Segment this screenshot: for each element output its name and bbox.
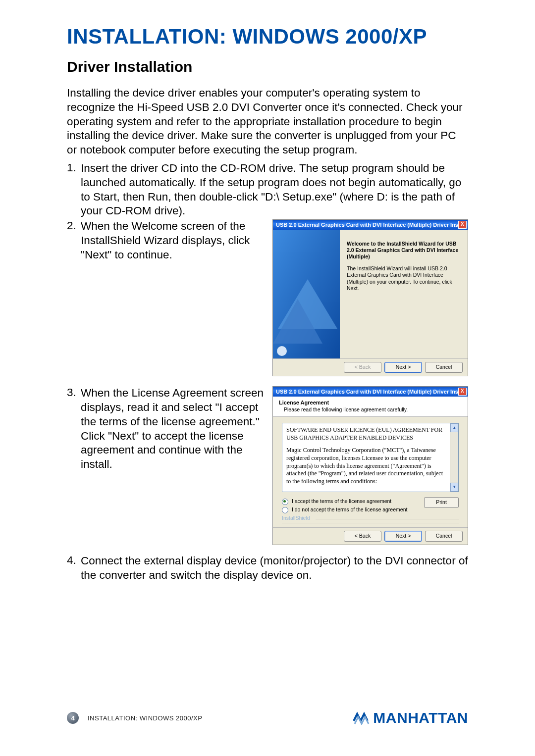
brand-logo: MANHATTAN [353, 709, 468, 726]
scroll-up-icon[interactable]: ▴ [450, 423, 458, 432]
step-4: 4. Connect the external display device (… [67, 554, 468, 583]
license-line-2: USB GRAPHICS ADAPTER ENABLED DEVICES [286, 434, 445, 442]
page-footer: 4 INSTALLATION: WINDOWS 2000/XP MANHATTA… [67, 709, 468, 726]
decline-radio[interactable]: I do not accept the terms of the license… [282, 505, 407, 514]
installshield-license-dialog: USB 2.0 External Graphics Card with DVI … [272, 386, 468, 545]
page-title: INSTALLATION: WINDOWS 2000/XP [67, 25, 468, 49]
installshield-welcome-dialog: USB 2.0 External Graphics Card with DVI … [272, 219, 468, 376]
step-3: 3. When the License Agreement screen dis… [67, 386, 269, 472]
dialog-button-row: < Back Next > Cancel [273, 358, 468, 376]
dialog-button-row: < Back Next > Cancel [273, 527, 468, 545]
brand-mark-icon [353, 711, 370, 725]
step-1-text: Insert the driver CD into the CD-ROM dri… [81, 162, 461, 217]
step-4-text: Connect the external display device (mon… [81, 554, 468, 581]
license-text-area[interactable]: SOFTWARE END USER LICENCE (EUL) AGREEMEN… [282, 423, 459, 492]
print-button[interactable]: Print [424, 497, 459, 508]
accept-radio[interactable]: I accept the terms of the license agreem… [282, 497, 407, 505]
cancel-button[interactable]: Cancel [425, 531, 463, 542]
wizard-banner-graphic [273, 230, 340, 358]
decline-radio-label: I do not accept the terms of the license… [292, 506, 407, 512]
welcome-body: The InstallShield Wizard will install US… [347, 265, 461, 293]
step-1: 1. Insert the driver CD into the CD-ROM … [67, 161, 468, 218]
close-icon[interactable]: X [458, 388, 467, 396]
dialog-title: USB 2.0 External Graphics Card with DVI … [276, 389, 458, 395]
scroll-down-icon[interactable]: ▾ [450, 483, 458, 492]
radio-icon [282, 499, 288, 505]
page-number-badge: 4 [67, 712, 79, 724]
close-icon[interactable]: X [458, 221, 467, 229]
license-header-sub: Please read the following license agreem… [279, 405, 463, 412]
step-2: 2. When the Welcome screen of the Instal… [67, 219, 269, 262]
installshield-label: InstallShield [282, 515, 459, 523]
svg-point-3 [277, 346, 287, 356]
intro-paragraph: Installing the device driver enables you… [67, 86, 468, 157]
license-paragraph: Magic Control Technology Corporation ("M… [286, 447, 445, 485]
next-button[interactable]: Next > [384, 531, 422, 542]
step-4-number: 4. [67, 554, 81, 583]
dialog-titlebar: USB 2.0 External Graphics Card with DVI … [273, 220, 468, 230]
brand-text: MANHATTAN [373, 709, 468, 726]
running-footer-label: INSTALLATION: WINDOWS 2000/XP [88, 714, 202, 722]
radio-icon [282, 507, 288, 513]
license-line-1: SOFTWARE END USER LICENCE (EUL) AGREEMEN… [286, 426, 445, 434]
accept-radio-label: I accept the terms of the license agreem… [292, 498, 391, 504]
section-title: Driver Installation [67, 58, 468, 75]
scrollbar[interactable]: ▴ ▾ [450, 423, 458, 492]
step-2-number: 2. [67, 219, 81, 262]
dialog-titlebar: USB 2.0 External Graphics Card with DVI … [273, 387, 468, 397]
back-button[interactable]: < Back [344, 531, 381, 542]
dialog-title: USB 2.0 External Graphics Card with DVI … [276, 222, 458, 228]
next-button[interactable]: Next > [384, 362, 422, 373]
back-button: < Back [344, 362, 381, 373]
welcome-heading: Welcome to the InstallShield Wizard for … [347, 241, 461, 260]
cancel-button[interactable]: Cancel [425, 362, 463, 373]
step-2-text: When the Welcome screen of the InstallSh… [81, 220, 250, 261]
license-header-title: License Agreement [279, 400, 463, 405]
step-3-text: When the License Agreement screen displa… [81, 387, 264, 470]
step-3-number: 3. [67, 386, 81, 472]
step-1-number: 1. [67, 161, 81, 218]
